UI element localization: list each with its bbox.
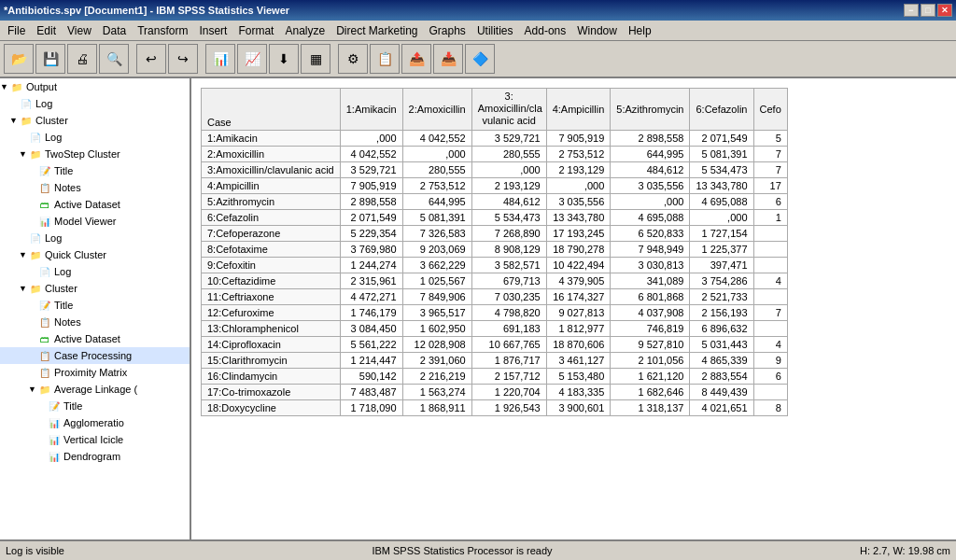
copy-button[interactable]: 📋 <box>370 44 400 74</box>
menu-item-window[interactable]: Window <box>571 22 623 39</box>
tree-item-twostep[interactable]: ▼ 📁 TwoStep Cluster <box>0 146 190 162</box>
tree-item-notes2[interactable]: 📋 Notes <box>0 314 190 330</box>
cell-value: 5 <box>753 130 787 146</box>
tree-item-dataset1[interactable]: 🗃 Active Dataset <box>0 196 190 213</box>
row-label: 3:Amoxicillin/clavulanic acid <box>202 161 341 177</box>
tree-item-log2[interactable]: 📄 Log <box>0 129 190 146</box>
cell-value: 2 156,193 <box>690 304 753 320</box>
cell-value: 7 849,906 <box>402 288 471 304</box>
tree-label-title3: Title <box>63 400 82 412</box>
tree-item-log1[interactable]: 📄 Log <box>0 95 190 112</box>
cell-value: 2 898,558 <box>340 193 402 209</box>
tree-item-avglinkage[interactable]: ▼ 📁 Average Linkage ( <box>0 381 190 398</box>
tree-item-log4[interactable]: 📄 Log <box>0 263 190 280</box>
main-area: ▼ 📁 Output 📄 Log ▼ 📁 Cluster 📄 Log ▼ 📁 T… <box>0 78 956 539</box>
cell-value: ,000 <box>402 146 471 161</box>
menu-item-format[interactable]: Format <box>232 22 279 39</box>
settings-button[interactable]: ⚙ <box>338 44 368 74</box>
table-row: 10:Ceftazidime2 315,9611 025,567679,7134… <box>202 273 788 288</box>
menu-item-transform[interactable]: Transform <box>132 22 193 39</box>
tree-item-proximity[interactable]: 📋 Proximity Matrix <box>0 364 190 381</box>
cell-value: 3 582,571 <box>471 257 546 273</box>
tree-item-cluster1[interactable]: ▼ 📁 Cluster <box>0 112 190 129</box>
cell-value: 9 <box>753 352 787 368</box>
cell-value <box>753 225 787 241</box>
menu-item-graphs[interactable]: Graphs <box>424 22 471 39</box>
cell-value: 4 042,552 <box>402 130 471 146</box>
tree-item-output[interactable]: ▼ 📁 Output <box>0 78 190 95</box>
tree-item-quickcluster[interactable]: ▼ 📁 Quick Cluster <box>0 246 190 263</box>
table-row: 13:Chloramphenicol3 084,4501 602,950691,… <box>202 320 788 336</box>
cell-value: 2 898,558 <box>611 130 690 146</box>
cell-value <box>753 384 787 399</box>
menu-item-utilities[interactable]: Utilities <box>471 22 519 39</box>
cell-value: 2 391,060 <box>402 352 471 368</box>
tree-label-cluster2: Cluster <box>45 283 77 294</box>
cell-value: 1 <box>753 209 787 225</box>
tree-label-title2: Title <box>54 300 73 311</box>
cell-value: 13 343,780 <box>690 177 753 193</box>
menu-item-add-ons[interactable]: Add-ons <box>519 22 572 39</box>
tree-item-title3[interactable]: 📝 Title <box>0 398 190 414</box>
cell-value: 6 896,632 <box>690 320 753 336</box>
twostep-folder-icon: 📁 <box>28 147 43 161</box>
cell-value: 7 030,235 <box>471 288 546 304</box>
tree-item-cluster2[interactable]: ▼ 📁 Cluster <box>0 280 190 297</box>
tree-item-title1[interactable]: 📝 Title <box>0 162 190 179</box>
menu-item-file[interactable]: File <box>2 22 31 39</box>
tree-item-modelviewer[interactable]: 📊 Model Viewer <box>0 213 190 230</box>
cell-value: 4 472,271 <box>340 288 402 304</box>
menu-item-view[interactable]: View <box>62 22 97 39</box>
menu-item-edit[interactable]: Edit <box>31 22 62 39</box>
cell-value: 4 037,908 <box>611 304 690 320</box>
tree-label-quickcluster: Quick Cluster <box>45 249 106 260</box>
tree-item-caseprocessing[interactable]: 📋 Case Processing <box>0 347 190 364</box>
down-button[interactable]: ⬇ <box>269 44 299 74</box>
expand-arrow: ▼ <box>28 385 37 394</box>
open-button[interactable]: 📂 <box>4 44 34 74</box>
tree-label-caseprocessing: Case Processing <box>54 350 132 361</box>
cell-value: 7 268,890 <box>471 225 546 241</box>
undo-button[interactable]: ↩ <box>136 44 166 74</box>
col-header-cefazolin: 6:Cefazolin <box>690 89 753 131</box>
chart-button[interactable]: 📈 <box>237 44 267 74</box>
tree-item-agglomeration[interactable]: 📊 Agglomeratio <box>0 414 190 431</box>
var-button[interactable]: 🔷 <box>465 44 495 74</box>
export-button[interactable]: 📊 <box>205 44 235 74</box>
tree-label-modelviewer: Model Viewer <box>54 216 116 227</box>
data-button[interactable]: 📥 <box>433 44 463 74</box>
tree-item-dataset2[interactable]: 🗃 Active Dataset <box>0 330 190 347</box>
menu-item-direct-marketing[interactable]: Direct Marketing <box>330 22 423 39</box>
menu-item-data[interactable]: Data <box>97 22 132 39</box>
cell-value: 4 798,820 <box>471 304 546 320</box>
maximize-button[interactable]: □ <box>921 4 935 17</box>
save-button[interactable]: 💾 <box>35 44 65 74</box>
tree-item-icicle[interactable]: 📊 Vertical Icicle <box>0 431 190 448</box>
log-icon: 📄 <box>19 96 34 111</box>
cell-value: 3 769,980 <box>340 241 402 257</box>
close-button[interactable]: ✕ <box>937 4 952 17</box>
menu-item-help[interactable]: Help <box>623 22 657 39</box>
menu-item-analyze[interactable]: Analyze <box>279 22 330 39</box>
cell-value: 1 214,447 <box>340 352 402 368</box>
cell-value <box>753 288 787 304</box>
import-button[interactable]: 📤 <box>401 44 431 74</box>
cell-value: 17 193,245 <box>546 225 611 241</box>
tree-item-notes1[interactable]: 📋 Notes <box>0 179 190 196</box>
cell-value: 280,555 <box>402 161 471 177</box>
menu-item-insert[interactable]: Insert <box>193 22 232 39</box>
tree-item-title2[interactable]: 📝 Title <box>0 297 190 314</box>
cell-value: 6 520,833 <box>611 225 690 241</box>
grid-button[interactable]: ▦ <box>301 44 330 74</box>
redo-button[interactable]: ↪ <box>168 44 198 74</box>
cell-value: 484,612 <box>611 161 690 177</box>
print-button[interactable]: 🖨 <box>67 44 97 74</box>
find-button[interactable]: 🔍 <box>99 44 129 74</box>
cell-value: 4 <box>753 273 787 288</box>
minimize-button[interactable]: − <box>904 4 919 17</box>
quickcluster-folder-icon: 📁 <box>28 247 43 262</box>
cell-value <box>753 241 787 257</box>
cell-value: ,000 <box>546 177 611 193</box>
tree-item-log3[interactable]: 📄 Log <box>0 230 190 246</box>
tree-item-dendrogram[interactable]: 📊 Dendrogram <box>0 448 190 465</box>
